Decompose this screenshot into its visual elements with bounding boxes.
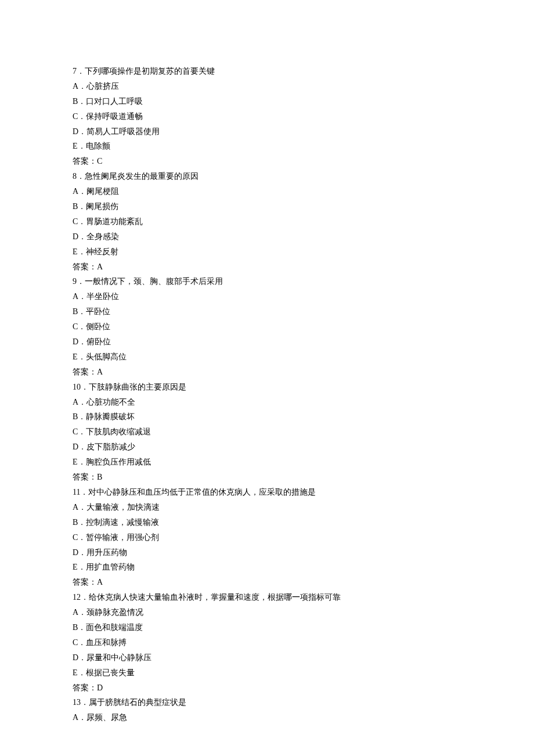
option: A．颈静脉充盈情况 <box>73 605 461 620</box>
option: D．简易人工呼吸器使用 <box>73 124 461 139</box>
answer: 答案：D <box>73 681 461 696</box>
option: C．保持呼吸道通畅 <box>73 109 461 124</box>
option: A．半坐卧位 <box>73 289 461 304</box>
option: C．侧卧位 <box>73 319 461 334</box>
option: A．阑尾梗阻 <box>73 184 461 199</box>
option: D．尿量和中心静脉压 <box>73 650 461 665</box>
option: D．俯卧位 <box>73 334 461 350</box>
question-stem: 12．给休克病人快速大量输血补液时，掌握量和速度，根据哪一项指标可靠 <box>73 590 461 605</box>
answer: 答案：A <box>73 260 461 275</box>
option: E．神经反射 <box>73 244 461 260</box>
question-stem: 7．下列哪项操作是初期复苏的首要关键 <box>73 64 461 79</box>
option: C．下肢肌肉收缩减退 <box>73 424 461 440</box>
answer: 答案：A <box>73 575 461 590</box>
option: A．心脏功能不全 <box>73 395 461 410</box>
stem-text: 对中心静脉压和血压均低于正常值的休克病人，应采取的措施是 <box>88 488 316 496</box>
question-number: 9 <box>73 277 77 286</box>
option: D．皮下脂肪减少 <box>73 440 461 455</box>
question-stem: 10．下肢静脉曲张的主要原因是 <box>73 380 461 395</box>
option: D．全身感染 <box>73 229 461 244</box>
question-number: 8 <box>73 172 77 181</box>
option: B．面色和肢端温度 <box>73 620 461 635</box>
question-number: 10 <box>73 383 81 391</box>
option: A．心脏挤压 <box>73 79 461 94</box>
document-page: 7．下列哪项操作是初期复苏的首要关键 A．心脏挤压 B．口对口人工呼吸 C．保持… <box>0 0 534 756</box>
stem-text: 急性阑尾炎发生的最重要的原因 <box>85 172 199 181</box>
option: E．根据已丧失量 <box>73 665 461 681</box>
question-number: 12 <box>73 593 81 602</box>
option: A．大量输液，加快滴速 <box>73 500 461 515</box>
option: E．电除颤 <box>73 139 461 154</box>
option: B．静脉瓣膜破坏 <box>73 409 461 424</box>
option: A．尿频、尿急 <box>73 710 461 725</box>
stem-text: 给休克病人快速大量输血补液时，掌握量和速度，根据哪一项指标可靠 <box>89 593 341 602</box>
question-number: 13 <box>73 698 81 707</box>
question-stem: 13．属于膀胱结石的典型症状是 <box>73 695 461 710</box>
question-stem: 9．一般情况下，颈、胸、腹部手术后采用 <box>73 274 461 289</box>
option: B．口对口人工呼吸 <box>73 94 461 109</box>
question-stem: 8．急性阑尾炎发生的最重要的原因 <box>73 169 461 184</box>
option: B．平卧位 <box>73 304 461 319</box>
stem-text: 下列哪项操作是初期复苏的首要关键 <box>85 67 215 75</box>
question-number: 7 <box>73 67 77 75</box>
answer: 答案：C <box>73 154 461 169</box>
stem-text: 属于膀胱结石的典型症状是 <box>89 698 186 707</box>
question-stem: 11．对中心静脉压和血压均低于正常值的休克病人，应采取的措施是 <box>73 485 461 500</box>
option: C．胃肠道功能紊乱 <box>73 214 461 229</box>
stem-text: 一般情况下，颈、胸、腹部手术后采用 <box>85 277 223 286</box>
answer: 答案：A <box>73 365 461 380</box>
option: E．用扩血管药物 <box>73 560 461 575</box>
option: B．阑尾损伤 <box>73 199 461 214</box>
answer: 答案：B <box>73 470 461 485</box>
option: C．血压和脉搏 <box>73 635 461 650</box>
question-number: 11 <box>73 488 80 496</box>
option: E．胸腔负压作用减低 <box>73 455 461 470</box>
option: E．头低脚高位 <box>73 350 461 365</box>
option: B．控制滴速，减慢输液 <box>73 515 461 530</box>
option: C．暂停输液，用强心剂 <box>73 530 461 545</box>
option: D．用升压药物 <box>73 545 461 560</box>
stem-text: 下肢静脉曲张的主要原因是 <box>89 383 186 391</box>
